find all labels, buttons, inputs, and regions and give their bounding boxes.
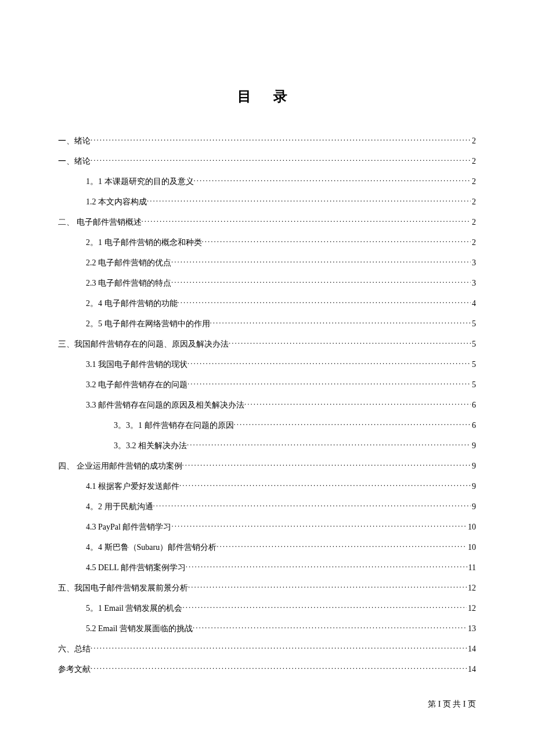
toc-entry: 3.3 邮件营销存在问题的原因及相关解决办法6 <box>86 399 476 411</box>
toc-entry: 4。4 斯巴鲁（Subaru）邮件营销分析10 <box>86 541 476 553</box>
toc-entry-page: 9 <box>471 460 476 472</box>
toc-leader-dots <box>147 196 471 204</box>
toc-entry-page: 2 <box>471 175 476 188</box>
toc-leader-dots <box>229 339 471 347</box>
toc-leader-dots <box>182 460 471 469</box>
toc-entry-page: 3 <box>471 257 476 269</box>
toc-entry: 五、我国电子邮件营销发展前景分析12 <box>58 582 476 594</box>
toc-entry: 1.2 本文内容构成2 <box>86 196 476 208</box>
toc-leader-dots <box>171 278 471 286</box>
toc-entry: 一、绪论2 <box>58 135 476 147</box>
toc-entry: 2.3 电子邮件营销的特点3 <box>86 277 476 289</box>
toc-entry-page: 9 <box>471 440 476 452</box>
toc-entry-label: 2。4 电子邮件营销的功能 <box>86 297 178 309</box>
toc-entry-page: 9 <box>471 501 476 513</box>
toc-leader-dots <box>202 237 471 245</box>
toc-leader-dots <box>210 318 471 326</box>
toc-entry: 4.5 DELL 邮件营销案例学习11 <box>86 561 476 574</box>
toc-entry: 参考文献14 <box>58 663 476 675</box>
toc-entry-page: 14 <box>467 663 476 675</box>
toc-entry-page: 4 <box>471 297 476 309</box>
page-footer: 第 I 页 共 I 页 <box>428 699 476 710</box>
toc-entry: 3.1 我国电子邮件营销的现状5 <box>86 358 476 370</box>
toc-entry: 2。5 电子邮件在网络营销中的作用5 <box>86 318 476 330</box>
toc-entry-page: 2 <box>471 196 476 208</box>
toc-title: 目 录 <box>58 87 476 106</box>
toc-entry: 二、 电子邮件营销概述2 <box>58 216 476 228</box>
toc-entry: 4.1 根据客户爱好发送邮件9 <box>86 480 476 492</box>
toc-entry-page: 3 <box>471 277 476 289</box>
toc-entry-page: 5 <box>471 338 476 350</box>
toc-entry: 三、我国邮件营销存在的问题、原因及解决办法5 <box>58 338 476 350</box>
toc-leader-dots <box>186 562 467 570</box>
toc-leader-dots <box>171 521 467 530</box>
toc-entry: 2.2 电子邮件营销的优点3 <box>86 257 476 269</box>
toc-entry-label: 3.1 我国电子邮件营销的现状 <box>86 358 187 370</box>
toc-entry: 4.3 PayPal 邮件营销学习10 <box>86 521 476 533</box>
toc-entry-page: 5 <box>471 318 476 330</box>
toc-entry-label: 4.5 DELL 邮件营销案例学习 <box>86 561 186 574</box>
toc-entry-page: 6 <box>471 419 476 431</box>
toc-entry-label: 4。2 用于民航沟通 <box>86 501 153 513</box>
toc-entry-label: 参考文献 <box>58 663 91 675</box>
toc-entry: 3。3.2 相关解决办法9 <box>114 440 476 452</box>
toc-entry-label: 3。3.2 相关解决办法 <box>114 440 187 452</box>
toc-leader-dots <box>187 379 471 387</box>
toc-entry: 3。3。1 邮件营销存在问题的原因6 <box>114 419 476 431</box>
toc-entry-label: 1.2 本文内容构成 <box>86 196 147 208</box>
toc-entry: 5.2 Email 营销发展面临的挑战13 <box>86 622 476 635</box>
toc-entry-label: 4.3 PayPal 邮件营销学习 <box>86 521 171 533</box>
toc-entry-page: 2 <box>471 216 476 228</box>
toc-leader-dots <box>244 399 471 408</box>
toc-entry-label: 3。3。1 邮件营销存在问题的原因 <box>114 419 234 431</box>
toc-entry-label: 5.2 Email 营销发展面临的挑战 <box>86 622 193 635</box>
toc-entry-label: 一、绪论 <box>58 155 91 167</box>
toc-entry-page: 2 <box>471 155 476 167</box>
toc-leader-dots <box>182 603 467 611</box>
toc-leader-dots <box>153 501 471 509</box>
toc-entry: 2。1 电子邮件营销的概念和种类2 <box>86 236 476 249</box>
toc-leader-dots <box>91 135 471 143</box>
toc-entry-label: 3.3 邮件营销存在问题的原因及相关解决办法 <box>86 399 244 411</box>
toc-entry-page: 2 <box>471 135 476 147</box>
toc-entry-page: 10 <box>467 521 476 533</box>
toc-entry: 3.2 电子邮件营销存在的问题5 <box>86 379 476 391</box>
toc-leader-dots <box>234 420 471 428</box>
toc-leader-dots <box>142 217 471 225</box>
toc-entry-page: 12 <box>467 602 476 614</box>
toc-entry-label: 1。1 本课题研究的目的及意义 <box>86 175 194 188</box>
toc-entry-label: 3.2 电子邮件营销存在的问题 <box>86 379 187 391</box>
table-of-contents: 一、绪论2一、绪论21。1 本课题研究的目的及意义21.2 本文内容构成2二、 … <box>58 135 476 675</box>
toc-leader-dots <box>187 440 471 448</box>
toc-entry-page: 13 <box>467 622 476 635</box>
toc-leader-dots <box>187 359 471 367</box>
document-page: 目 录 一、绪论2一、绪论21。1 本课题研究的目的及意义21.2 本文内容构成… <box>0 0 534 718</box>
toc-entry-label: 四、 企业运用邮件营销的成功案例 <box>58 460 182 472</box>
toc-entry-label: 2。5 电子邮件在网络营销中的作用 <box>86 318 210 330</box>
toc-entry-label: 2。1 电子邮件营销的概念和种类 <box>86 236 202 249</box>
toc-entry-label: 一、绪论 <box>58 135 91 147</box>
toc-entry-label: 六、总结 <box>58 643 91 655</box>
toc-entry-label: 五、我国电子邮件营销发展前景分析 <box>58 582 188 594</box>
toc-leader-dots <box>188 582 467 591</box>
toc-entry-page: 6 <box>471 399 476 411</box>
toc-entry-page: 5 <box>471 358 476 370</box>
toc-entry: 1。1 本课题研究的目的及意义2 <box>86 175 476 188</box>
toc-entry-page: 11 <box>467 561 476 574</box>
toc-entry-label: 4。4 斯巴鲁（Subaru）邮件营销分析 <box>86 541 217 553</box>
toc-entry: 5。1 Email 营销发展的机会12 <box>86 602 476 614</box>
toc-entry-page: 9 <box>471 480 476 492</box>
toc-leader-dots <box>194 176 471 184</box>
toc-leader-dots <box>179 481 471 489</box>
toc-leader-dots <box>91 156 471 164</box>
toc-entry: 四、 企业运用邮件营销的成功案例9 <box>58 460 476 472</box>
toc-leader-dots <box>217 542 467 550</box>
toc-leader-dots <box>178 298 471 306</box>
toc-entry: 一、绪论2 <box>58 155 476 167</box>
toc-entry-label: 5。1 Email 营销发展的机会 <box>86 602 182 614</box>
toc-leader-dots <box>171 257 471 265</box>
toc-entry-label: 二、 电子邮件营销概述 <box>58 216 142 228</box>
toc-entry-label: 2.2 电子邮件营销的优点 <box>86 257 171 269</box>
toc-entry-page: 14 <box>467 643 476 655</box>
toc-leader-dots <box>193 623 467 631</box>
